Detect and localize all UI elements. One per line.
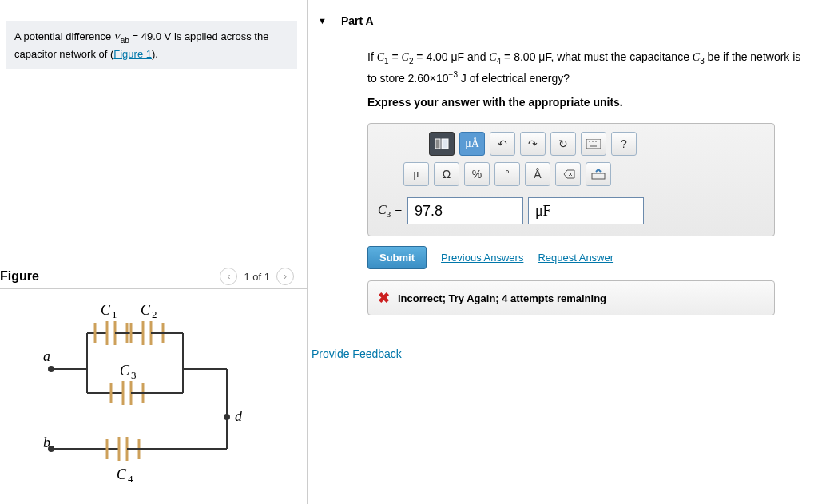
- svg-rect-47: [586, 139, 601, 149]
- text: ).: [152, 48, 158, 60]
- percent-symbol-button[interactable]: %: [464, 162, 490, 186]
- figure-link[interactable]: Figure 1: [113, 48, 152, 60]
- svg-text:C: C: [117, 466, 127, 482]
- svg-text:3: 3: [131, 369, 137, 381]
- keyboard-toggle-button[interactable]: [586, 162, 611, 186]
- angstrom-symbol-button[interactable]: Å: [525, 162, 550, 186]
- provide-feedback-link[interactable]: Provide Feedback: [312, 347, 402, 360]
- incorrect-x-icon: ✖: [378, 289, 390, 307]
- svg-rect-45: [435, 139, 440, 149]
- keyboard-button[interactable]: [581, 132, 606, 156]
- degree-symbol-button[interactable]: °: [494, 162, 520, 186]
- var: V: [114, 30, 121, 42]
- svg-text:a: a: [43, 348, 50, 364]
- template-tool-button[interactable]: [429, 132, 455, 156]
- submit-button[interactable]: Submit: [367, 246, 427, 269]
- figure-title: Figure: [0, 269, 39, 284]
- answer-instruction: Express your answer with the appropriate…: [367, 96, 812, 109]
- figure-next-button[interactable]: ›: [276, 268, 294, 285]
- figure-prev-button[interactable]: ‹: [220, 268, 237, 285]
- svg-rect-46: [442, 139, 448, 149]
- answer-units-input[interactable]: [528, 197, 644, 224]
- answer-lhs: C3 =: [378, 203, 403, 219]
- triangle-down-icon: ▼: [318, 16, 327, 26]
- answer-value-input[interactable]: [407, 197, 523, 224]
- help-button[interactable]: ?: [611, 132, 637, 156]
- svg-text:1: 1: [112, 308, 117, 320]
- previous-answers-link[interactable]: Previous Answers: [441, 252, 523, 264]
- svg-text:4: 4: [128, 473, 133, 485]
- svg-rect-54: [592, 173, 605, 179]
- request-answer-link[interactable]: Request Answer: [538, 252, 614, 264]
- keyboard-up-icon: [591, 169, 606, 180]
- problem-statement: A potential difference Vab = 49.0 V is a…: [6, 21, 297, 69]
- mu-symbol-button[interactable]: μ: [403, 162, 429, 186]
- figure-page-count: 1 of 1: [244, 271, 270, 283]
- var-sub: ab: [121, 36, 129, 45]
- svg-text:b: b: [43, 435, 50, 450]
- redo-button[interactable]: ↷: [520, 132, 546, 156]
- reset-button[interactable]: ↻: [550, 132, 576, 156]
- question-text: If C1 = C2 = 4.00 μF and C4 = 8.00 μF, w…: [367, 48, 812, 88]
- svg-text:C: C: [101, 305, 111, 318]
- circuit-diagram: .w { stroke:#333; stroke-width:2; fill:n…: [19, 305, 259, 489]
- feedback-text: Incorrect; Try Again; 4 attempts remaini…: [398, 292, 606, 304]
- part-label: Part A: [341, 14, 374, 27]
- svg-text:C: C: [120, 363, 130, 379]
- omega-symbol-button[interactable]: Ω: [434, 162, 459, 186]
- units-tool-button[interactable]: μÅ: [459, 132, 485, 156]
- backspace-button[interactable]: [555, 162, 581, 186]
- answer-entry-box: μÅ ↶ ↷ ↻ ? μ Ω % ° Å: [367, 123, 775, 236]
- svg-text:2: 2: [152, 308, 157, 320]
- svg-text:C: C: [141, 305, 151, 318]
- feedback-message: ✖ Incorrect; Try Again; 4 attempts remai…: [367, 280, 775, 315]
- text: A potential difference: [14, 30, 114, 42]
- part-a-header[interactable]: ▼ Part A: [312, 10, 818, 32]
- keyboard-icon: [586, 139, 601, 149]
- svg-text:d: d: [235, 408, 243, 424]
- undo-button[interactable]: ↶: [490, 132, 515, 156]
- backspace-icon: [561, 169, 575, 179]
